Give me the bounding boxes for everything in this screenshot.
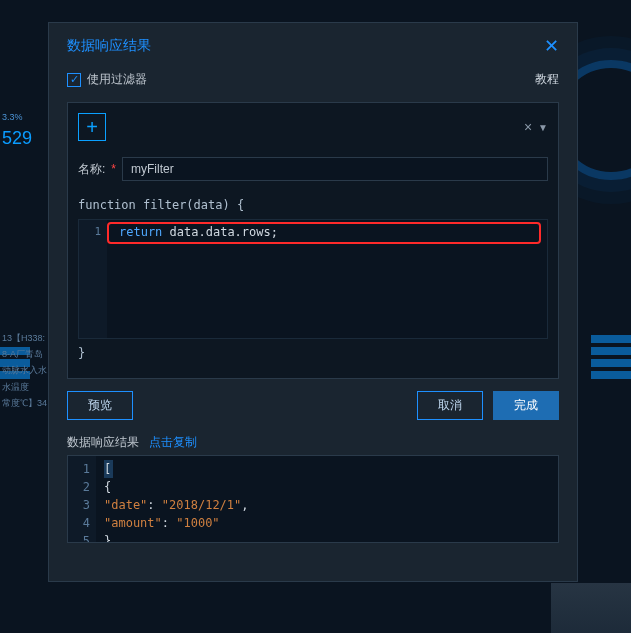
result-code-viewer[interactable]: 123456 [ { "date": "2018/12/1", "amount"… [67,455,559,543]
use-filter-label: 使用过滤器 [87,71,147,88]
checkbox-icon: ✓ [67,73,81,87]
done-button[interactable]: 完成 [493,391,559,420]
result-content: [ { "date": "2018/12/1", "amount": "1000… [68,456,558,543]
remove-filter-icon[interactable]: × [524,119,532,135]
line-gutter: 1 [79,220,107,338]
filter-editor: + × ▼ 名称: * function filter(data) { 1 re… [67,102,559,379]
dropdown-icon[interactable]: ▼ [538,122,548,133]
close-icon[interactable]: ✕ [544,35,559,57]
name-label: 名称: [78,161,105,178]
modal-title: 数据响应结果 [67,37,151,55]
use-filter-checkbox[interactable]: ✓ 使用过滤器 [67,71,147,88]
required-mark: * [111,162,116,176]
preview-button[interactable]: 预览 [67,391,133,420]
cancel-button[interactable]: 取消 [417,391,483,420]
code-editor[interactable]: function filter(data) { 1 return data.da… [78,195,548,364]
filter-name-input[interactable] [122,157,548,181]
left-stats: 3.3% 529 [2,110,32,153]
copy-link[interactable]: 点击复制 [149,434,197,451]
left-caption: 13【H338:8-A厂青岛动脉水入水水温度常度℃】34 [2,330,47,411]
fn-open: function filter(data) { [78,195,548,215]
data-response-modal: 数据响应结果 ✕ ✓ 使用过滤器 教程 + × ▼ 名称: * function… [48,22,578,582]
add-filter-button[interactable]: + [78,113,106,141]
fn-close: } [78,343,548,363]
result-gutter: 123456 [68,456,96,542]
result-label: 数据响应结果 [67,434,139,451]
tutorial-link[interactable]: 教程 [535,71,559,88]
